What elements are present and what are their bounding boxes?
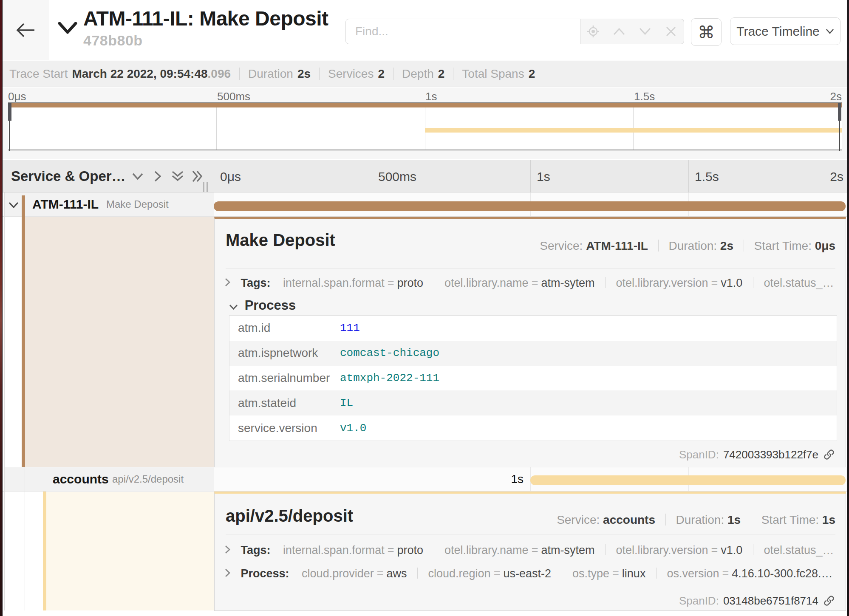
kv-row: atm.stateid IL [229,390,837,415]
kv-key: atm.id [229,321,340,335]
locate-icon [586,25,600,38]
detail-meta: Service: accounts Duration: 1s Start Tim… [557,513,835,527]
span-bar-atm[interactable] [214,201,846,211]
jaeger-trace-page: ATM-111-IL: Make Deposit 478b80b [0,0,849,616]
equals: = [711,544,718,557]
span-timeline-cell [214,192,847,216]
process-kv-table: atm.id 111 atm.ispnetwork comcast-chicag… [229,315,837,441]
title-collapse-toggle[interactable] [58,22,79,39]
column-resizer-line[interactable] [214,160,214,610]
chevron-down-icon [826,28,834,34]
collapse-all-button[interactable] [171,170,184,183]
tag-value: atm-sytem [541,544,594,557]
duration-label: Duration [248,67,293,81]
minimap-span-bar-atm [8,103,842,107]
span-row-atm: ATM-111-IL Make Deposit [3,192,847,217]
span-id-value: 03148be6751f8714 [723,592,818,609]
minimap-scrubber-right[interactable] [838,103,841,121]
kv-value: 111 [340,322,360,334]
operation-name: Make Deposit [106,198,169,210]
divider [434,277,434,288]
find-input[interactable] [345,19,580,44]
chevron-down-icon [639,28,651,35]
process-accordian[interactable]: Process [226,296,296,315]
link-icon[interactable] [823,594,835,607]
prev-match-button[interactable] [612,24,626,39]
timeline-column-header: Service & Oper… 0μs 500ms 1s 1.5s 2s [3,160,847,192]
tag-value: atm-sytem [541,277,594,289]
process-label: Process [245,298,296,313]
process-accordian[interactable]: Process: cloud.provider=aws cloud.region… [215,565,837,582]
column-resizer-grip[interactable] [203,182,211,192]
service-operation-header: Service & Oper… [11,168,126,184]
services-value: 2 [378,67,385,81]
tags-accordian[interactable]: Tags: internal.span.format=proto otel.li… [215,541,837,559]
back-arrow-icon [16,22,36,38]
tag-key: otel.library.version [616,277,708,289]
span-id-label: SpanID: [679,592,719,609]
service-name[interactable]: ATM-111-IL [32,197,99,212]
equals: = [722,567,729,580]
tag-value: proto [397,544,423,557]
divider [226,534,835,534]
focus-match-button[interactable] [586,24,600,39]
window-edge-right [847,0,849,616]
divider [453,68,453,80]
tree-guide-line [4,192,5,610]
total-spans-value: 2 [529,67,535,81]
service-name[interactable]: accounts [53,472,109,486]
trace-view-dropdown[interactable]: Trace Timeline [730,17,841,45]
equals: = [377,567,384,580]
kv-row: service.version v1.0 [229,415,837,441]
equals: = [711,277,718,289]
process-label: Process: [241,567,289,580]
span-bar-accounts[interactable] [530,475,846,485]
process-key: os.type [572,567,609,580]
duration-label: Duration: [676,513,724,526]
service-label: Service: [557,513,600,526]
header-tick-2s: 2s [830,170,843,184]
kv-key: atm.serialnumber [229,371,340,385]
expand-one-button[interactable] [151,170,164,183]
trace-start-ms: .096 [208,67,231,81]
span-id-value: 742003393b122f7e [723,446,818,463]
minimap-scrubber-left[interactable] [8,103,11,121]
collapse-children-toggle[interactable] [7,198,20,211]
span-id-label: SpanID: [679,446,719,463]
chevron-down-icon [8,202,19,208]
minimap-tick-2s: 2s [830,90,842,103]
clear-find-button[interactable] [664,24,678,39]
services-label: Services [328,67,374,81]
start-time-value: 0μs [815,239,835,252]
keyboard-shortcuts-button[interactable]: ⌘ [691,18,722,46]
trace-start-label: Trace Start [9,67,68,81]
equals: = [532,277,538,289]
chevron-down-icon [132,173,143,180]
process-value: linux [622,567,646,580]
span-id-row: SpanID: 03148be6751f8714 [679,592,835,609]
depth-label: Depth [402,67,434,81]
expand-all-button[interactable] [191,170,204,183]
tag-key: otel.status_… [764,277,834,289]
kv-value: comcast-chicago [340,347,439,359]
start-time-value: 1s [822,513,835,526]
chevron-up-icon [613,28,625,35]
duration-label: Duration: [668,239,717,252]
next-match-button[interactable] [638,24,652,39]
header-tick-0us: 0μs [220,170,241,184]
equals: = [388,277,394,289]
tags-accordian[interactable]: Tags: internal.span.format=proto otel.li… [215,274,837,292]
trace-page-header: ATM-111-IL: Make Deposit 478b80b [3,0,847,60]
collapse-one-button[interactable] [131,170,144,183]
tag-key: otel.library.name [444,544,529,557]
minimap-canvas[interactable] [8,102,842,150]
back-button[interactable] [3,0,49,60]
detail-tint-atm [25,217,214,467]
double-chevron-down-icon [172,171,184,182]
link-icon[interactable] [823,448,835,461]
divider [665,514,666,526]
detail-meta: Service: ATM-111-IL Duration: 2s Start T… [540,239,835,253]
span-row-accounts: 1s accounts api/v2.5/deposit [3,467,847,492]
span-timeline-cell: 1s [214,467,847,491]
detail-tint-accounts [46,492,214,610]
